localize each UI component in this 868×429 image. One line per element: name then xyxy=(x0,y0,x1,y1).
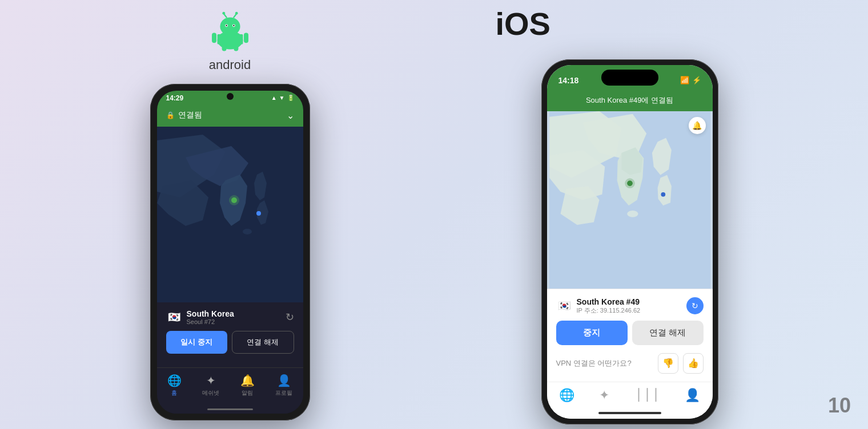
android-flag: 🇰🇷 xyxy=(166,309,182,325)
android-status-icons: ▲ ▼ 🔋 xyxy=(271,95,294,101)
android-nav-alerts-label: 알림 xyxy=(242,389,253,397)
android-clock: 14:29 xyxy=(166,94,184,102)
ios-feedback-text: VPN 연결은 어떤가요? xyxy=(556,358,632,369)
android-lock-icon: 🔒 xyxy=(166,111,175,119)
android-nav-profile-label: 프로필 xyxy=(275,389,292,397)
ios-header: South Korea #49에 연결됨 xyxy=(547,92,713,111)
svg-point-16 xyxy=(243,229,252,234)
android-section: android 14:29 ▲ ▼ 🔋 🔒 xyxy=(150,9,310,420)
android-map-svg xyxy=(157,127,303,302)
android-nav-profile[interactable]: 👤 프로필 xyxy=(275,374,292,397)
ios-label-container: iOS xyxy=(496,5,550,42)
android-nav-profile-icon: 👤 xyxy=(277,374,291,387)
android-wifi-icon: ▼ xyxy=(279,95,285,101)
android-map xyxy=(157,127,303,302)
ios-feedback-icons: 👎 👍 xyxy=(658,353,704,374)
android-home-bar xyxy=(157,406,303,414)
ios-wifi-icon: 📶 xyxy=(680,76,689,84)
ios-map-svg xyxy=(547,111,713,289)
android-nav-meshnet[interactable]: ✦ 메쉬넷 xyxy=(202,374,219,397)
ios-nav-stats[interactable]: ⎪⎪⎪ xyxy=(634,388,660,403)
android-platform-label: android xyxy=(209,58,251,72)
ios-clock: 14:18 xyxy=(558,76,579,85)
android-screen: 14:29 ▲ ▼ 🔋 🔒 연결됨 ⌄ xyxy=(157,91,303,414)
android-header: 🔒 연결됨 ⌄ xyxy=(157,104,303,127)
ios-nav-bar: 🌐 ✦ ⎪⎪⎪ 👤 xyxy=(547,382,713,408)
svg-point-19 xyxy=(256,211,261,216)
svg-rect-1 xyxy=(217,34,243,44)
ios-location-info: 🇰🇷 South Korea #49 IP 주소: 39.115.246.62 xyxy=(556,297,641,315)
ios-platform-label: iOS xyxy=(496,6,550,42)
android-camera xyxy=(227,93,234,100)
android-home-line xyxy=(207,408,253,410)
ios-location-row: 🇰🇷 South Korea #49 IP 주소: 39.115.246.62 … xyxy=(556,297,704,315)
ios-nav-stats-icon: ⎪⎪⎪ xyxy=(634,388,660,402)
android-location-row: 🇰🇷 South Korea Seoul #72 ↻ xyxy=(166,309,294,325)
android-signal-icon: ▲ xyxy=(271,95,277,101)
svg-point-21 xyxy=(627,210,638,217)
ios-connection-status: South Korea #49에 연결됨 xyxy=(586,96,673,104)
ios-disconnect-button[interactable]: 연결 해제 xyxy=(632,321,704,345)
ios-action-buttons: 중지 연결 해제 xyxy=(556,321,704,345)
android-nav-meshnet-label: 메쉬넷 xyxy=(202,389,219,397)
android-logo-icon xyxy=(207,9,253,55)
android-battery-icon: 🔋 xyxy=(287,95,294,101)
ios-refresh-button[interactable]: ↻ xyxy=(686,297,704,314)
svg-rect-3 xyxy=(244,33,248,43)
ios-map: 🔔 xyxy=(547,111,713,289)
ios-bell-button[interactable]: 🔔 xyxy=(689,117,706,134)
ios-pause-button[interactable]: 중지 xyxy=(556,321,628,345)
android-nav-alerts-icon: 🔔 xyxy=(240,374,255,387)
android-nav-meshnet-icon: ✦ xyxy=(206,374,216,387)
ios-dynamic-island xyxy=(601,70,658,86)
svg-rect-2 xyxy=(212,33,216,43)
android-nav-home[interactable]: 🌐 홈 xyxy=(167,374,182,397)
ios-feedback-row: VPN 연결은 어떤가요? 👎 👍 xyxy=(556,352,704,374)
ios-nav-meshnet[interactable]: ✦ xyxy=(599,388,609,403)
android-nav-home-label: 홈 xyxy=(171,389,177,397)
version-badge: 10 xyxy=(828,394,851,418)
android-nav-bar: 🌐 홈 ✦ 메쉬넷 🔔 알림 👤 프로필 xyxy=(157,367,303,406)
page-container: android 14:29 ▲ ▼ 🔋 🔒 xyxy=(0,0,868,429)
svg-rect-5 xyxy=(234,43,238,51)
android-nav-alerts[interactable]: 🔔 알림 xyxy=(240,374,255,397)
svg-point-13 xyxy=(222,11,225,14)
android-chevron-icon[interactable]: ⌄ xyxy=(287,110,294,121)
ios-nav-home-icon: 🌐 xyxy=(559,388,574,403)
ios-location-name: South Korea #49 xyxy=(577,297,641,306)
svg-point-14 xyxy=(235,11,238,14)
svg-rect-4 xyxy=(222,43,226,51)
ios-phone-frame: 14:18 📶 ⚡ South Korea #49에 연결됨 xyxy=(541,59,718,424)
android-bottom-panel: 🇰🇷 South Korea Seoul #72 ↻ 일시 중지 연결 해제 xyxy=(157,302,303,367)
ios-location-text: South Korea #49 IP 주소: 39.115.246.62 xyxy=(577,297,641,315)
android-connection-status: 🔒 연결됨 xyxy=(166,110,202,120)
ios-location-ip: IP 주소: 39.115.246.62 xyxy=(577,306,641,315)
ios-screen: 14:18 📶 ⚡ South Korea #49에 연결됨 xyxy=(547,65,713,419)
svg-point-6 xyxy=(220,17,240,35)
android-nav-home-icon: 🌐 xyxy=(167,374,182,387)
android-pause-button[interactable]: 일시 중지 xyxy=(166,331,227,354)
ios-nav-meshnet-icon: ✦ xyxy=(599,388,609,403)
ios-home-line xyxy=(598,412,661,414)
android-location-sub: Seoul #72 xyxy=(187,318,234,325)
ios-nav-profile-icon: 👤 xyxy=(685,388,700,403)
ios-status-icons: 📶 ⚡ xyxy=(680,76,701,84)
svg-point-10 xyxy=(233,25,234,26)
android-disconnect-button[interactable]: 연결 해제 xyxy=(232,331,294,354)
ios-battery-icon: ⚡ xyxy=(692,76,701,84)
android-action-buttons: 일시 중지 연결 해제 xyxy=(166,331,294,354)
svg-point-23 xyxy=(625,178,634,188)
ios-thumbs-up-button[interactable]: 👍 xyxy=(683,353,704,374)
ios-nav-home[interactable]: 🌐 xyxy=(559,388,574,403)
ios-section: iOS 14:18 📶 ⚡ South Korea #49에 연결됨 xyxy=(541,5,718,424)
ios-nav-profile[interactable]: 👤 xyxy=(685,388,700,403)
android-location-text: South Korea Seoul #72 xyxy=(187,309,234,325)
android-location-name: South Korea xyxy=(187,309,234,318)
android-refresh-icon[interactable]: ↻ xyxy=(286,311,294,323)
android-phone-frame: 14:29 ▲ ▼ 🔋 🔒 연결됨 ⌄ xyxy=(150,84,310,420)
svg-point-9 xyxy=(226,25,227,26)
svg-point-18 xyxy=(229,195,239,205)
ios-thumbs-down-button[interactable]: 👎 xyxy=(658,353,678,374)
ios-home-indicator xyxy=(547,408,713,419)
svg-point-24 xyxy=(661,192,665,196)
